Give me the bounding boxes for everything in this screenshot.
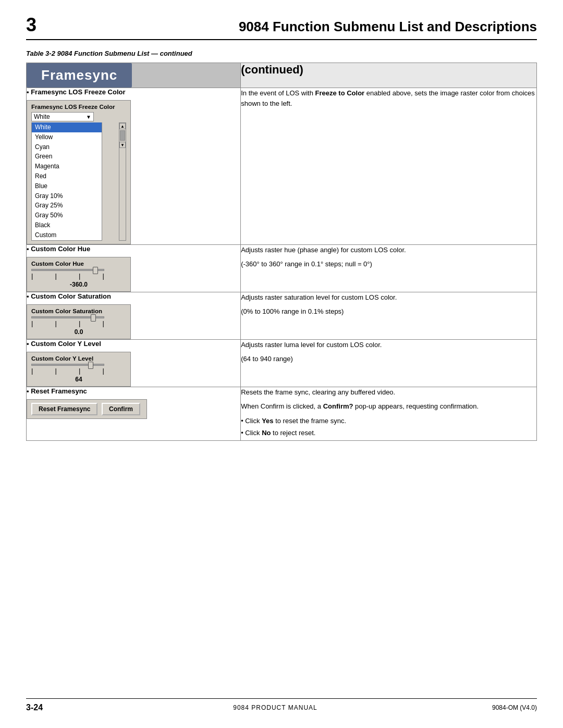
tick-1: | [31, 272, 33, 280]
sat-tick-2: | [55, 319, 57, 327]
left-col-saturation: • Custom Color Saturation Custom Color S… [27, 292, 241, 339]
list-item-gray10[interactable]: Gray 10% [32, 191, 102, 201]
ylevel-slider-track[interactable] [31, 364, 104, 366]
list-item-custom[interactable]: Custom [32, 230, 102, 240]
right-col-hue: Adjusts raster hue (phase angle) for cus… [241, 244, 537, 292]
table-row: • Framesync LOS Freeze Color Framesync L… [27, 88, 537, 245]
freeze-color-bold: Freeze to Color [315, 89, 365, 97]
framesync-logo-text: Framesync [41, 67, 117, 83]
list-item-white[interactable]: White [32, 122, 102, 132]
reset-bullet-no: Click No to reject reset. [241, 428, 536, 438]
tick-3: | [79, 272, 80, 280]
ylevel-slider-widget: Custom Color Y Level | | | | 64 [27, 352, 131, 387]
saturation-desc-2: (0% to 100% range in 0.1% steps) [241, 306, 536, 317]
dropdown-arrow-icon: ▼ [86, 114, 91, 120]
page-footer: 3-24 9084 PRODUCT MANUAL 9084-OM (V4.0) [26, 698, 537, 712]
confirm-button[interactable]: Confirm [102, 403, 140, 415]
footer-right: 9084-OM (V4.0) [492, 704, 537, 711]
ylevel-desc-2: (64 to 940 range) [241, 354, 536, 364]
ylevel-slider-track-row [31, 364, 126, 366]
ylevel-desc-1: Adjusts raster luma level for custom LOS… [241, 340, 536, 350]
page-title: 9084 Function Submenu List and Descripti… [239, 19, 537, 35]
ylevel-tick-3: | [79, 367, 80, 375]
reset-desc-2: When Confirm is clicked, a Confirm? pop-… [241, 401, 536, 412]
freeze-color-desc: In the event of LOS with Freeze to Color… [241, 88, 536, 108]
framesync-logo: Framesync [27, 63, 132, 88]
scrollbar-down-icon[interactable]: ▼ [119, 142, 126, 148]
section-title-freeze-color: • Framesync LOS Freeze Color [27, 88, 240, 96]
hue-slider-track-row [31, 269, 126, 271]
saturation-slider-widget: Custom Color Saturation | | | | 0.0 [27, 304, 131, 339]
hue-slider-knob[interactable] [93, 267, 98, 274]
right-col-reset: Resets the frame sync, clearing any buff… [241, 387, 537, 440]
section-title-saturation: • Custom Color Saturation [27, 292, 240, 300]
page-header: 3 9084 Function Submenu List and Descrip… [26, 16, 537, 40]
ylevel-tick-2: | [55, 367, 57, 375]
hue-slider-widget: Custom Color Hue | | | | -360.0 [27, 257, 131, 292]
yes-bold: Yes [262, 417, 273, 425]
ylevel-widget-label: Custom Color Y Level [31, 355, 126, 362]
sat-tick-4: | [103, 319, 104, 327]
hue-widget-label: Custom Color Hue [31, 261, 126, 267]
right-col-ylevel: Adjusts raster luma level for custom LOS… [241, 339, 537, 387]
left-col-ylevel: • Custom Color Y Level Custom Color Y Le… [27, 339, 241, 387]
ylevel-slider-knob[interactable] [88, 362, 93, 369]
dropdown-list-area: White Yellow Cyan Green Magenta Red Blue… [31, 122, 126, 241]
table-caption: Table 3-2 9084 Function Submenu List — c… [26, 50, 537, 57]
reset-desc-1: Resets the frame sync, clearing any buff… [241, 387, 536, 398]
freeze-color-dropdown-row: White ▼ [31, 112, 126, 121]
dropdown-list-container: White Yellow Cyan Green Magenta Red Blue… [31, 122, 102, 241]
saturation-slider-knob[interactable] [91, 314, 96, 322]
page-number: 3 [26, 16, 36, 34]
footer-center: 9084 PRODUCT MANUAL [58, 704, 492, 711]
section-title-ylevel: • Custom Color Y Level [27, 340, 240, 348]
list-item-yellow[interactable]: Yellow [32, 132, 102, 142]
hue-desc-1: Adjusts raster hue (phase angle) for cus… [241, 245, 536, 255]
saturation-slider-track-row [31, 316, 126, 318]
list-item-blue[interactable]: Blue [32, 181, 102, 191]
list-item-gray50[interactable]: Gray 50% [32, 211, 102, 220]
freeze-color-widget: Framesync LOS Freeze Color White ▼ White… [27, 100, 131, 244]
right-col-saturation: Adjusts raster saturation level for cust… [241, 292, 537, 339]
main-table: Framesync (continued) • Framesync LOS Fr… [26, 63, 537, 441]
freeze-color-widget-label: Framesync LOS Freeze Color [31, 104, 126, 110]
left-col-freeze-color: • Framesync LOS Freeze Color Framesync L… [27, 88, 241, 245]
hue-slider-track[interactable] [31, 269, 104, 271]
freeze-color-dropdown[interactable]: White ▼ [31, 112, 94, 121]
table-row-reset: • Reset Framesync Reset Framesync Confir… [27, 387, 537, 440]
framesync-header-right: (continued) [241, 63, 537, 88]
saturation-slider-value: 0.0 [31, 328, 126, 336]
reset-bullet-list: Click Yes to reset the frame sync. Click… [241, 416, 536, 438]
scrollbar-thumb[interactable] [120, 130, 125, 141]
sat-tick-3: | [79, 319, 80, 327]
no-bold: No [262, 429, 271, 437]
dropdown-scrollbar[interactable]: ▲ ▼ [119, 122, 126, 241]
hue-desc-2: (-360° to 360° range in 0.1° steps; null… [241, 259, 536, 269]
list-item-magenta[interactable]: Magenta [32, 162, 102, 171]
continued-label: (continued) [241, 63, 303, 76]
sat-tick-1: | [31, 319, 33, 327]
scrollbar-up-icon[interactable]: ▲ [119, 123, 126, 129]
section-title-hue: • Custom Color Hue [27, 245, 240, 253]
list-item-green[interactable]: Green [32, 152, 102, 162]
reset-bullet-yes: Click Yes to reset the frame sync. [241, 416, 536, 426]
ylevel-slider-ticks: | | | | [31, 367, 104, 375]
reset-framesync-button[interactable]: Reset Framesync [31, 403, 97, 415]
freeze-color-selected: White [34, 113, 50, 120]
list-item-black[interactable]: Black [32, 220, 102, 230]
page: 3 9084 Function Submenu List and Descrip… [0, 0, 563, 728]
left-col-hue: • Custom Color Hue Custom Color Hue | | … [27, 244, 241, 292]
tick-4: | [103, 272, 104, 280]
dropdown-list: White Yellow Cyan Green Magenta Red Blue… [31, 122, 119, 241]
list-item-gray25[interactable]: Gray 25% [32, 201, 102, 211]
reset-button-widget: Reset Framesync Confirm [27, 399, 147, 419]
left-col-reset: • Reset Framesync Reset Framesync Confir… [27, 387, 241, 440]
ylevel-slider-value: 64 [31, 376, 126, 383]
section-title-reset: • Reset Framesync [27, 387, 240, 395]
right-col-freeze-color: In the event of LOS with Freeze to Color… [241, 88, 537, 245]
list-item-red[interactable]: Red [32, 171, 102, 181]
framesync-header-left: Framesync [27, 63, 241, 88]
list-item-cyan[interactable]: Cyan [32, 142, 102, 152]
tick-2: | [55, 272, 57, 280]
saturation-slider-track[interactable] [31, 316, 104, 318]
